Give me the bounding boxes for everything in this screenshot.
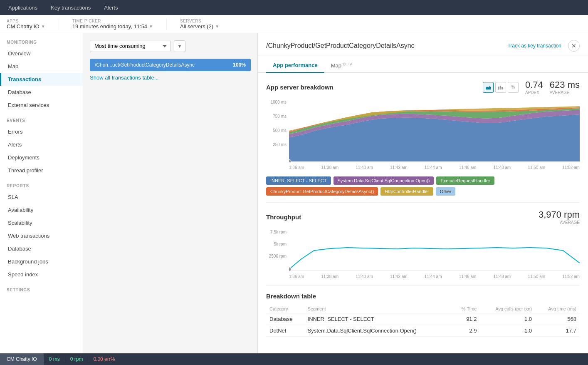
legend-chunky-product[interactable]: ChunkyProduct.GetProductCategoryDetailsA…: [266, 187, 378, 196]
status-metric-err: 0.00 err%: [88, 356, 120, 362]
legend-inner-select[interactable]: INNER_SELECT - SELECT: [266, 176, 331, 185]
throughput-x-labels: 1:36 am 11:38 am 11:40 am 11:42 am 11:44…: [289, 273, 580, 279]
row1-calls: 1.0: [480, 313, 535, 325]
filter-row: Most time consuming Slowest average resp…: [90, 40, 251, 52]
time-picker-value[interactable]: 19 minutes ending today, 11:54 ▼: [72, 23, 153, 30]
nav-alerts[interactable]: Alerts: [102, 5, 119, 11]
apps-picker[interactable]: APPS CM Chatty IO ▼: [7, 19, 45, 30]
app-server-breakdown-header: App server breakdown %: [266, 79, 580, 95]
sidebar-item-thread-profiler[interactable]: Thread profiler: [0, 164, 83, 177]
row2-category: DotNet: [266, 325, 304, 337]
sidebar-section-settings: SETTINGS: [0, 281, 83, 295]
legend-http-controller[interactable]: HttpControllerHandler: [380, 187, 433, 196]
apdex-stat: 0.74 APDEX: [525, 79, 543, 95]
sidebar-item-speed-index[interactable]: Speed index: [0, 268, 83, 281]
app-server-breakdown-title: App server breakdown: [266, 84, 334, 91]
breakdown-meta: % 0.74 APDEX 623 ms AVERAGE: [483, 79, 580, 95]
row2-time: 17.7: [535, 325, 580, 337]
status-app-name: CM Chatty IO: [0, 353, 44, 365]
detail-header: /ChunkyProduct/GetProductCategoryDetails…: [258, 33, 588, 55]
tab-app-performance-label: App performance: [273, 62, 318, 68]
row2-calls: 1.0: [480, 325, 535, 337]
y-label-750: 750 ms: [266, 114, 289, 119]
nav-applications[interactable]: Applications: [7, 5, 39, 11]
sidebar-item-scalability[interactable]: Scalability: [0, 216, 83, 229]
legend-other[interactable]: Other: [436, 187, 456, 196]
sidebar-item-errors[interactable]: Errors: [0, 125, 83, 138]
servers-label: SERVERS: [180, 19, 219, 23]
chart-y-labels: 1000 ms 750 ms 500 ms 250 ms: [266, 100, 289, 157]
tab-map[interactable]: Map BETA: [324, 59, 359, 73]
legend-execute-request[interactable]: ExecuteRequestHandler: [436, 176, 494, 185]
sidebar-item-alerts[interactable]: Alerts: [0, 138, 83, 151]
sidebar-item-web-transactions[interactable]: Web transactions: [0, 229, 83, 242]
throughput-y-labels: 7.5k rpm 5k rpm 2500 rpm: [266, 230, 289, 266]
sidebar-section-reports: REPORTS: [0, 177, 83, 191]
sidebar-item-database[interactable]: Database: [0, 86, 83, 99]
transaction-pct: 100%: [233, 62, 246, 68]
detail-title: /ChunkyProduct/GetProductCategoryDetails…: [266, 42, 415, 50]
servers-picker[interactable]: SERVERS All servers (2) ▼: [180, 19, 219, 30]
chart-area-icon[interactable]: [483, 82, 494, 93]
throughput-chart: 7.5k rpm 5k rpm 2500 rpm: [266, 230, 580, 279]
sidebar-item-sla[interactable]: SLA: [0, 191, 83, 204]
sidebar-item-overview[interactable]: Overview: [0, 47, 83, 60]
dropdown-extra-icon[interactable]: ▼: [174, 40, 185, 52]
row1-pct: 91.2: [452, 313, 480, 325]
tab-app-performance[interactable]: App performance: [266, 59, 324, 73]
sidebar-item-map[interactable]: Map: [0, 60, 83, 73]
apps-value[interactable]: CM Chatty IO ▼: [7, 23, 45, 30]
servers-value[interactable]: All servers (2) ▼: [180, 23, 219, 30]
col-segment: Segment: [304, 305, 452, 313]
svg-rect-1: [500, 86, 501, 89]
row2-segment: System.Data.SqlClient.SqlConnection.Open…: [304, 325, 452, 337]
nav-key-transactions[interactable]: Key transactions: [49, 5, 92, 11]
col-avg-time: Avg time (ms): [535, 305, 580, 313]
apdex-label: APDEX: [525, 90, 543, 95]
chart-type-icons: %: [483, 82, 519, 93]
chart-pct-icon[interactable]: %: [508, 82, 519, 93]
close-button[interactable]: ✕: [568, 40, 580, 52]
sub-header: APPS CM Chatty IO ▼ TIME PICKER 19 minut…: [0, 15, 588, 33]
sidebar-item-database-report[interactable]: Database: [0, 242, 83, 255]
col-pct-time: % Time: [452, 305, 480, 313]
y-label-500: 500 ms: [266, 128, 289, 133]
sidebar-item-transactions[interactable]: Transactions: [0, 73, 83, 86]
transaction-row[interactable]: /Chun...uct/GetProductCategoryDetailsAsy…: [90, 59, 251, 71]
main-layout: MONITORING Overview Map Transactions Dat…: [0, 33, 588, 365]
show-all-transactions-link[interactable]: Show all transactions table...: [90, 74, 158, 81]
throughput-section: Throughput 3,970 rpm AVERAGE 7.5k rpm 5k…: [266, 202, 580, 279]
track-key-transaction-link[interactable]: Track as key transaction: [507, 43, 561, 49]
breakdown-section: Breakdown table Category Segment % Time …: [266, 286, 580, 337]
sidebar-item-availability[interactable]: Availability: [0, 204, 83, 216]
throughput-title: Throughput: [266, 214, 301, 221]
chart-bar-icon[interactable]: [495, 82, 506, 93]
sidebar-item-external-services[interactable]: External services: [0, 99, 83, 112]
breakdown-table-title: Breakdown table: [266, 293, 316, 300]
sidebar-item-deployments[interactable]: Deployments: [0, 151, 83, 164]
detail-tabs: App performance Map BETA: [258, 55, 588, 73]
apps-chevron-icon: ▼: [41, 24, 45, 29]
average-value: 623 ms: [550, 79, 580, 90]
sidebar-item-background-jobs[interactable]: Background jobs: [0, 255, 83, 268]
top-nav: Applications Key transactions Alerts: [0, 0, 588, 15]
status-bar: CM Chatty IO 0 ms 0 rpm 0.00 err%: [0, 353, 588, 365]
servers-chevron-icon: ▼: [215, 24, 219, 29]
average-label: AVERAGE: [550, 90, 580, 95]
row1-segment: INNER_SELECT - SELECT: [304, 313, 452, 325]
legend-sqlconnection[interactable]: System.Data.SqlClient.SqlConnection.Open…: [334, 176, 434, 185]
average-stat: 623 ms AVERAGE: [550, 79, 580, 95]
transaction-label: /Chun...uct/GetProductCategoryDetailsAsy…: [95, 62, 233, 68]
sidebar: MONITORING Overview Map Transactions Dat…: [0, 33, 83, 365]
svg-rect-0: [498, 87, 499, 89]
left-panel: Most time consuming Slowest average resp…: [83, 33, 258, 365]
row1-time: 568: [535, 313, 580, 325]
chart-x-labels-breakdown: 1:36 am 11:38 am 11:40 am 11:42 am 11:44…: [289, 164, 580, 170]
tab-map-label: Map: [331, 62, 341, 69]
time-consuming-dropdown[interactable]: Most time consuming Slowest average resp…: [90, 40, 170, 52]
breakdown-stats: 0.74 APDEX 623 ms AVERAGE: [525, 79, 580, 95]
time-picker[interactable]: TIME PICKER 19 minutes ending today, 11:…: [72, 19, 153, 30]
svg-rect-2: [502, 87, 503, 89]
col-category: Category: [266, 305, 304, 313]
table-row: DotNet System.Data.SqlClient.SqlConnecti…: [266, 325, 580, 337]
